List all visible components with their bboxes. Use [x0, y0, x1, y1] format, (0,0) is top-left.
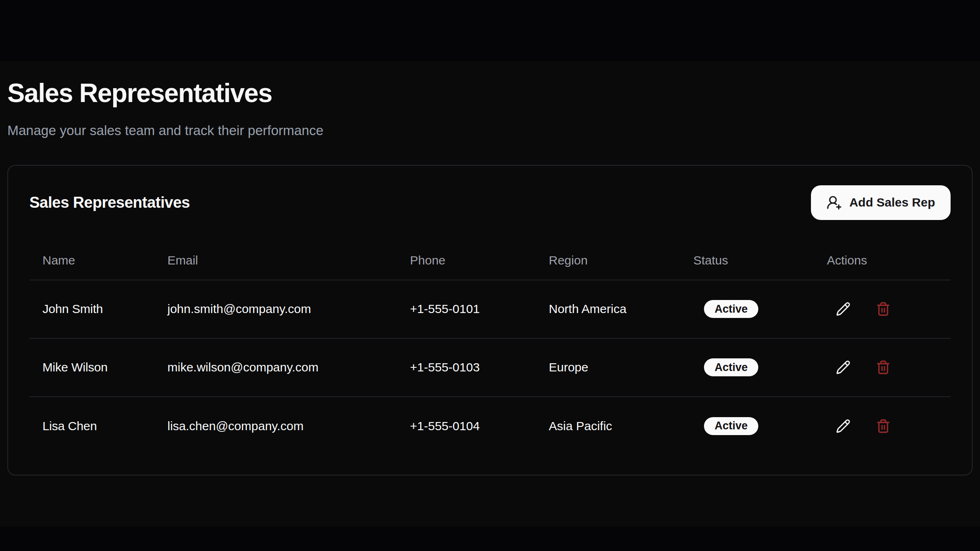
rep-email-cell: lisa.chen@company.com	[154, 397, 397, 455]
table-row: Mike Wilson mike.wilson@company.com +1-5…	[29, 338, 951, 397]
column-header-region: Region	[536, 242, 680, 280]
table-body: John Smith john.smith@company.com +1-555…	[29, 280, 951, 455]
rep-name-cell: Mike Wilson	[29, 338, 154, 397]
status-badge: Active	[704, 358, 758, 376]
table-header: Name Email Phone Region Status Actions	[29, 242, 951, 280]
table-row: John Smith john.smith@company.com +1-555…	[29, 280, 951, 338]
trash-icon	[876, 302, 891, 316]
rep-email-cell: john.smith@company.com	[154, 280, 397, 338]
sales-reps-table: Name Email Phone Region Status Actions J…	[29, 242, 951, 455]
pencil-icon	[836, 419, 851, 433]
page-subtitle: Manage your sales team and track their p…	[7, 122, 973, 139]
row-actions	[827, 298, 951, 320]
column-header-name: Name	[29, 242, 154, 280]
page-title: Sales Representatives	[7, 80, 973, 106]
add-sales-rep-button[interactable]: Add Sales Rep	[811, 185, 951, 220]
card-title: Sales Representatives	[29, 194, 190, 211]
rep-phone-cell: +1-555-0103	[397, 338, 536, 397]
rep-name-cell: Lisa Chen	[29, 397, 154, 455]
delete-button[interactable]	[873, 415, 894, 437]
rep-region-cell: Asia Pacific	[536, 397, 680, 455]
column-header-phone: Phone	[397, 242, 536, 280]
rep-region-cell: North America	[536, 280, 680, 338]
delete-button[interactable]	[873, 298, 894, 320]
pencil-icon	[836, 302, 851, 316]
row-actions	[827, 357, 951, 378]
rep-region-cell: Europe	[536, 338, 680, 397]
main-content: Sales Representatives Manage your sales …	[0, 61, 980, 527]
rep-name-cell: John Smith	[29, 280, 154, 338]
column-header-email: Email	[154, 242, 397, 280]
rep-phone-cell: +1-555-0101	[397, 280, 536, 338]
column-header-status: Status	[680, 242, 814, 280]
trash-icon	[876, 360, 891, 375]
status-badge: Active	[704, 417, 758, 435]
add-sales-rep-label: Add Sales Rep	[849, 196, 935, 209]
sales-reps-card: Sales Representatives Add Sales Rep Name	[7, 165, 973, 475]
rep-email-cell: mike.wilson@company.com	[154, 338, 397, 397]
edit-button[interactable]	[833, 415, 854, 437]
user-plus-icon	[826, 195, 842, 210]
card-header: Sales Representatives Add Sales Rep	[29, 185, 951, 220]
edit-button[interactable]	[833, 357, 854, 378]
pencil-icon	[836, 360, 851, 375]
delete-button[interactable]	[873, 357, 894, 378]
trash-icon	[876, 419, 891, 433]
row-actions	[827, 415, 951, 437]
column-header-actions: Actions	[814, 242, 951, 280]
status-badge: Active	[704, 300, 758, 318]
rep-phone-cell: +1-555-0104	[397, 397, 536, 455]
table-row: Lisa Chen lisa.chen@company.com +1-555-0…	[29, 397, 951, 455]
edit-button[interactable]	[833, 298, 854, 320]
